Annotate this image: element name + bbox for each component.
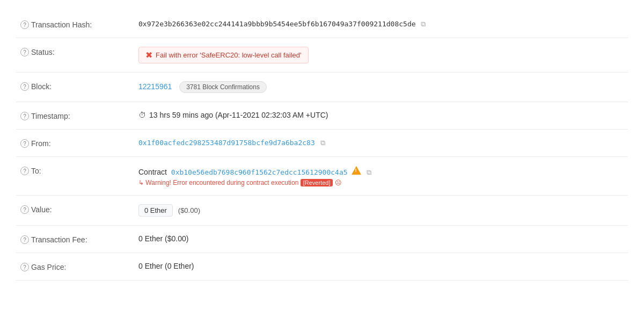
help-icon-to[interactable]: ? [20, 167, 29, 175]
from-address-link[interactable]: 0x1f00acfedc298253487d91758bcfe9d7a6ba2c… [138, 139, 315, 147]
transaction-hash-value: 0x972e3b266363e02cc244141a9bbb9b5454ee5b… [138, 20, 416, 28]
error-circle-icon: ✖ [145, 50, 152, 60]
transaction-hash-label: Transaction Hash: [31, 20, 92, 29]
to-row: ? To: Contract 0xb10e56edb7698c960f1562c… [16, 157, 628, 196]
help-icon-hash[interactable]: ? [20, 20, 29, 29]
confirmations-badge: 3781 Block Confirmations [179, 81, 267, 93]
copy-from-icon[interactable]: ⧉ [320, 139, 325, 147]
revert-warning-text: Warning! Error encountered during contra… [145, 179, 298, 186]
block-row: ? Block: 12215961 3781 Block Confirmatio… [16, 73, 628, 102]
value-row: ? Value: 0 Ether ($0.00) [16, 196, 628, 226]
revert-warning-row: ↳ Warning! Error encountered during cont… [138, 179, 624, 186]
gas-label: Gas Price: [31, 263, 66, 271]
warning-triangle-icon [352, 166, 361, 175]
status-label: Status: [31, 48, 55, 56]
from-label: From: [31, 139, 51, 148]
contract-label: Contract [138, 168, 167, 176]
value-label: Value: [31, 205, 52, 214]
status-badge: ✖ Fail with error 'SafeERC20: low-level … [138, 47, 309, 63]
help-icon-block[interactable]: ? [20, 82, 29, 91]
to-address-link[interactable]: 0xb10e56edb7698c960f1562c7edcc15612900c4… [171, 168, 348, 176]
status-row: ? Status: ✖ Fail with error 'SafeERC20: … [16, 38, 628, 73]
timestamp-value-row: ⏱ 13 hrs 59 mins ago (Apr-11-2021 02:32:… [138, 111, 624, 119]
copy-hash-icon[interactable]: ⧉ [421, 20, 426, 28]
timestamp-row: ? Timestamp: ⏱ 13 hrs 59 mins ago (Apr-1… [16, 102, 628, 130]
help-icon-fee[interactable]: ? [20, 235, 29, 244]
sad-face-icon: ☹ [335, 179, 342, 186]
value-pill: 0 Ether [138, 204, 173, 217]
help-icon-timestamp[interactable]: ? [20, 112, 29, 120]
transaction-fee-row: ? Transaction Fee: 0 Ether ($0.00) [16, 226, 628, 253]
block-number-link[interactable]: 12215961 [138, 82, 172, 91]
gas-price-row: ? Gas Price: 0 Ether (0 Ether) [16, 253, 628, 281]
help-icon-status[interactable]: ? [20, 48, 29, 56]
help-icon-gas[interactable]: ? [20, 263, 29, 271]
to-label: To: [31, 167, 41, 175]
fee-label: Transaction Fee: [31, 235, 87, 244]
gas-value: 0 Ether (0 Ether) [138, 262, 194, 270]
help-icon-value[interactable]: ? [20, 205, 29, 214]
clock-icon: ⏱ [138, 111, 146, 119]
status-text: Fail with error 'SafeERC20: low-level ca… [156, 51, 302, 59]
help-icon-from[interactable]: ? [20, 139, 29, 148]
fee-value: 0 Ether ($0.00) [138, 234, 188, 243]
timestamp-label: Timestamp: [31, 112, 70, 120]
block-label: Block: [31, 82, 52, 91]
value-usd: ($0.00) [178, 206, 200, 214]
to-address-row: Contract 0xb10e56edb7698c960f1562c7edcc1… [138, 166, 624, 177]
copy-to-icon[interactable]: ⧉ [367, 168, 371, 177]
reverted-badge: [Reverted] [301, 179, 333, 186]
timestamp-value: 13 hrs 59 mins ago (Apr-11-2021 02:32:03… [149, 111, 328, 119]
transaction-hash-row: ? Transaction Hash: 0x972e3b266363e02cc2… [16, 11, 628, 38]
from-row: ? From: 0x1f00acfedc298253487d91758bcfe9… [16, 130, 628, 157]
